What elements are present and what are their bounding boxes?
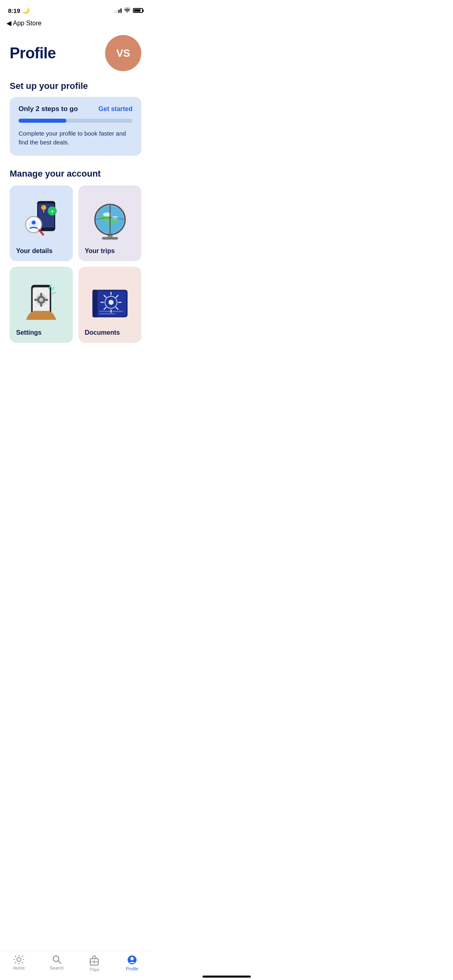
battery-icon [133, 8, 143, 13]
settings-card-label: Settings [16, 329, 41, 336]
details-card-label: Your details [16, 247, 52, 255]
documents-card[interactable]: Documents [79, 267, 142, 343]
progress-bar-fill [19, 119, 66, 123]
svg-line-29 [51, 287, 54, 291]
moon-icon: 🌙 [22, 7, 30, 14]
signal-icon [114, 8, 122, 13]
settings-icon-area [16, 275, 66, 325]
trips-illustration [85, 194, 135, 244]
svg-rect-25 [40, 303, 42, 307]
svg-line-30 [52, 292, 56, 294]
your-trips-card[interactable]: Your trips [79, 185, 142, 261]
progress-header: Only 2 steps to go Get started [19, 105, 132, 113]
svg-rect-10 [102, 237, 118, 239]
documents-illustration [85, 275, 135, 325]
svg-point-23 [39, 298, 43, 302]
setup-section-title: Set up your profile [10, 81, 141, 91]
your-details-card[interactable]: ✈ Your details [10, 185, 73, 261]
documents-icon-area [85, 275, 135, 325]
back-nav[interactable]: ◀ App Store [0, 18, 151, 31]
status-time: 8:19 🌙 [8, 7, 30, 14]
svg-rect-45 [99, 313, 115, 314]
header-row: Profile VS [10, 35, 141, 71]
back-label: App Store [13, 20, 41, 27]
trips-icon-area [85, 194, 135, 244]
svg-rect-24 [40, 293, 42, 296]
details-icon-area: ✈ [16, 194, 66, 244]
svg-rect-27 [45, 299, 48, 301]
svg-rect-44 [99, 311, 123, 312]
svg-text:✈: ✈ [50, 208, 54, 214]
settings-illustration [16, 275, 66, 325]
wifi-icon [124, 7, 130, 14]
manage-section-title: Manage your account [10, 169, 141, 179]
progress-bar-background [19, 119, 132, 123]
documents-card-label: Documents [85, 329, 120, 336]
settings-card[interactable]: Settings [10, 267, 73, 343]
trips-card-label: Your trips [85, 247, 115, 255]
progress-description: Complete your profile to book faster and… [19, 129, 132, 147]
svg-point-15 [106, 222, 111, 226]
svg-point-7 [32, 220, 36, 224]
svg-point-2 [41, 205, 46, 210]
back-arrow-icon: ◀ [6, 19, 11, 27]
svg-rect-33 [92, 290, 97, 317]
steps-label: Only 2 steps to go [19, 105, 78, 113]
account-cards-grid: ✈ Your details [10, 185, 141, 387]
status-bar: 8:19 🌙 [0, 0, 151, 18]
avatar: VS [105, 35, 141, 71]
progress-card: Only 2 steps to go Get started Complete … [10, 97, 141, 156]
details-illustration: ✈ [16, 194, 66, 244]
svg-rect-26 [34, 299, 38, 301]
svg-point-43 [108, 300, 113, 305]
status-icons [114, 7, 143, 14]
page-title: Profile [10, 45, 56, 62]
get-started-button[interactable]: Get started [99, 105, 132, 113]
main-content: Profile VS Set up your profile Only 2 st… [0, 31, 151, 387]
